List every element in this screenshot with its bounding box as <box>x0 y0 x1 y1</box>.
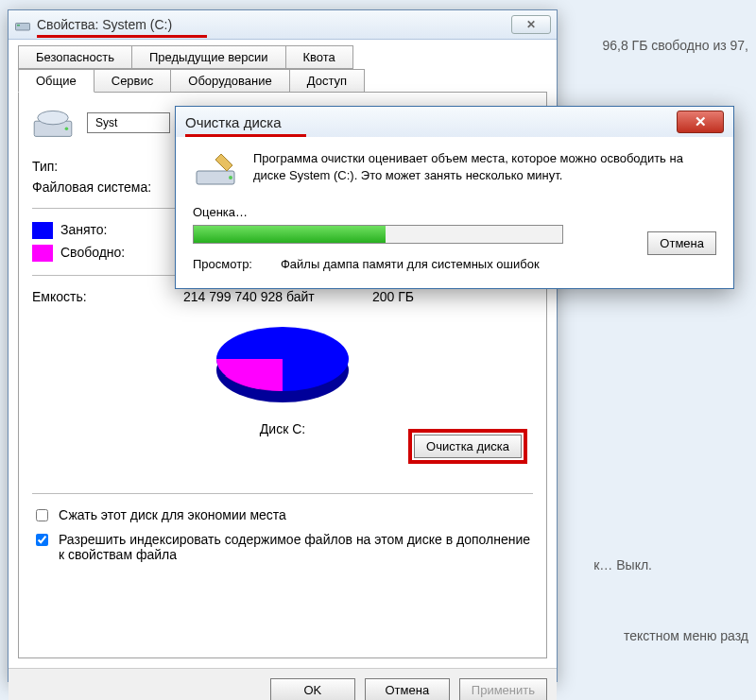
capacity-bytes: 214 799 740 928 байт <box>183 289 372 304</box>
progress-label: Оценка… <box>193 205 716 219</box>
filesystem-label: Файловая система: <box>32 179 183 195</box>
disk-cleanup-button[interactable]: Очистка диска <box>414 435 522 458</box>
tab-quota[interactable]: Квота <box>285 45 353 69</box>
ok-button[interactable]: OK <box>270 678 355 700</box>
separator <box>32 493 533 494</box>
progress-fill <box>194 226 386 243</box>
svg-point-8 <box>229 176 232 179</box>
svg-point-4 <box>65 128 69 131</box>
tab-security[interactable]: Безопасность <box>18 45 132 69</box>
cleanup-title: Очистка диска <box>185 114 282 130</box>
progress-bar <box>193 225 563 244</box>
tab-hardware[interactable]: Оборудование <box>170 69 289 93</box>
bg-free-space: 96,8 ГБ свободно из 97, <box>602 38 748 53</box>
properties-close-button[interactable]: ✕ <box>511 15 551 34</box>
free-swatch <box>32 245 53 262</box>
type-label: Тип: <box>32 159 183 174</box>
cleanup-progress-dialog: Очистка диска ✕ Программа очистки оценив… <box>175 106 734 289</box>
capacity-label: Емкость: <box>32 289 183 304</box>
drive-icon <box>32 106 74 140</box>
tab-tools[interactable]: Сервис <box>94 69 172 93</box>
cleanup-description: Программа очистки оценивает объем места,… <box>253 150 716 188</box>
drive-name-input[interactable]: Syst <box>87 112 170 133</box>
compress-checkbox[interactable] <box>36 509 48 521</box>
index-checkbox-row[interactable]: Разрешить индексировать содержимое файло… <box>32 532 533 562</box>
cleanup-titlebar: Очистка диска ✕ <box>176 107 733 137</box>
cleanup-broom-icon <box>193 150 238 188</box>
cleanup-button-highlight: Очистка диска <box>408 429 527 464</box>
view-label: Просмотр: <box>193 257 252 271</box>
cleanup-cancel-button[interactable]: Отмена <box>647 231 716 255</box>
svg-rect-0 <box>16 24 30 31</box>
apply-button[interactable]: Применить <box>459 678 547 700</box>
usage-pie-chart <box>202 312 363 416</box>
view-value: Файлы дампа памяти для системных ошибок <box>281 257 540 271</box>
dialog-button-row: OK Отмена Применить <box>9 668 557 700</box>
svg-point-3 <box>38 111 68 124</box>
properties-titlebar: Свойства: System (C:) ✕ <box>9 10 557 40</box>
bg-context-menu: текстном меню разд <box>624 628 748 643</box>
tabs-container: Безопасность Предыдущие версии Квота Общ… <box>9 40 557 93</box>
close-icon: ✕ <box>526 18 536 31</box>
used-label: Занято: <box>60 222 108 239</box>
title-highlight <box>37 35 207 38</box>
svg-rect-1 <box>17 25 20 26</box>
capacity-gb: 200 ГБ <box>372 289 448 304</box>
used-swatch <box>32 222 53 239</box>
tab-sharing[interactable]: Доступ <box>289 69 365 93</box>
tab-general[interactable]: Общие <box>18 69 94 93</box>
compress-label: Сжать этот диск для экономии места <box>59 507 286 522</box>
index-checkbox[interactable] <box>36 534 48 546</box>
compress-checkbox-row[interactable]: Сжать этот диск для экономии места <box>32 507 533 524</box>
close-icon: ✕ <box>695 113 707 130</box>
index-label: Разрешить индексировать содержимое файло… <box>59 532 533 562</box>
cleanup-close-button[interactable]: ✕ <box>677 111 724 133</box>
drive-properties-icon <box>14 16 31 33</box>
properties-title: Свойства: System (C:) <box>37 17 172 32</box>
cancel-button[interactable]: Отмена <box>365 678 450 700</box>
free-label: Свободно: <box>60 245 125 262</box>
bg-status: к… Выкл. <box>593 557 652 572</box>
tab-previous-versions[interactable]: Предыдущие версии <box>131 45 286 69</box>
